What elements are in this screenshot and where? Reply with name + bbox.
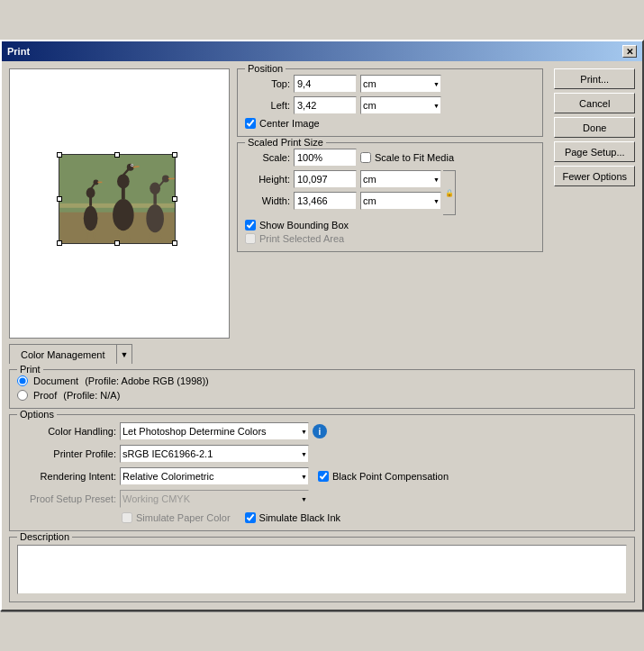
left-unit-select[interactable]: cm bbox=[360, 96, 441, 114]
center-image-checkbox[interactable] bbox=[245, 118, 256, 129]
printer-profile-select[interactable]: sRGB IEC61966-2.1 bbox=[120, 445, 309, 463]
simulate-paper-label: Simulate Paper Color bbox=[136, 512, 231, 523]
cancel-button[interactable]: Cancel bbox=[554, 93, 635, 113]
width-row: Width: cm bbox=[245, 192, 441, 210]
document-radio-label: Document (Profile: Adobe RGB (1998)) bbox=[33, 375, 209, 386]
rendering-intent-wrapper: Relative Colorimetric bbox=[120, 467, 309, 485]
fewer-options-button[interactable]: Fewer Options bbox=[554, 166, 635, 186]
width-label: Width: bbox=[245, 195, 290, 206]
svg-point-13 bbox=[117, 175, 130, 189]
width-input[interactable] bbox=[294, 192, 357, 210]
black-point-row: Black Point Compensation bbox=[318, 471, 449, 482]
proof-setup-label: Proof Setup Preset: bbox=[17, 493, 116, 504]
scale-to-fit-checkbox[interactable] bbox=[360, 152, 371, 163]
description-label: Description bbox=[17, 531, 72, 542]
width-unit-select[interactable]: cm bbox=[360, 192, 441, 210]
simulate-black-row: Simulate Black Ink bbox=[245, 512, 340, 523]
tab-dropdown-arrow[interactable]: ▼ bbox=[117, 344, 133, 364]
tab-row: Color Management ▼ bbox=[9, 344, 635, 364]
options-section: Options Color Handling: Let Photoshop De… bbox=[9, 414, 635, 531]
document-radio[interactable] bbox=[17, 375, 28, 386]
height-input[interactable] bbox=[294, 170, 357, 188]
description-text-area bbox=[17, 545, 627, 594]
top-label: Top: bbox=[245, 78, 290, 89]
svg-point-21 bbox=[146, 204, 164, 232]
scale-label: Scale: bbox=[245, 152, 290, 163]
info-icon[interactable]: i bbox=[313, 424, 327, 439]
proof-setup-select[interactable]: Working CMYK bbox=[120, 490, 309, 508]
svg-line-16 bbox=[133, 167, 140, 167]
black-point-label: Black Point Compensation bbox=[332, 471, 449, 482]
bounding-box-row: Show Bounding Box Print Selected Area bbox=[245, 220, 535, 244]
color-handling-row: Color Handling: Let Photoshop Determine … bbox=[17, 422, 627, 440]
height-row: Height: cm bbox=[245, 170, 441, 188]
simulate-black-checkbox[interactable] bbox=[245, 512, 256, 523]
top-section: Position Top: cm Left: bbox=[9, 68, 635, 339]
scaled-print-size-label: Scaled Print Size bbox=[245, 137, 326, 148]
photo-image bbox=[59, 155, 175, 243]
top-input[interactable] bbox=[294, 75, 357, 93]
height-label: Height: bbox=[245, 174, 290, 185]
preview-inner bbox=[23, 82, 216, 325]
print-button[interactable]: Print... bbox=[554, 68, 635, 89]
print-sub-group: Print Document (Profile: Adobe RGB (1998… bbox=[9, 369, 635, 409]
proof-radio[interactable] bbox=[17, 390, 28, 401]
print-preview bbox=[9, 68, 230, 339]
show-bounding-box-label: Show Bounding Box bbox=[259, 220, 349, 231]
rendering-intent-label: Rendering Intent: bbox=[17, 471, 116, 482]
height-unit-wrapper: cm bbox=[360, 170, 441, 188]
printer-profile-label: Printer Profile: bbox=[17, 448, 116, 459]
document-radio-row: Document (Profile: Adobe RGB (1998)) bbox=[17, 375, 627, 386]
black-point-checkbox[interactable] bbox=[318, 471, 329, 482]
lock-icon: 🔒 bbox=[443, 170, 456, 215]
close-button[interactable]: ✕ bbox=[622, 45, 637, 58]
photo-container bbox=[59, 154, 176, 244]
scale-row: Scale: Scale to Fit Media bbox=[245, 149, 535, 167]
position-label: Position bbox=[245, 63, 286, 74]
printer-profile-row: Printer Profile: sRGB IEC61966-2.1 bbox=[17, 445, 627, 463]
title-bar: Print ✕ bbox=[2, 41, 642, 61]
scale-to-fit-label: Scale to Fit Media bbox=[375, 152, 454, 163]
width-unit-wrapper: cm bbox=[360, 192, 441, 210]
left-label: Left: bbox=[245, 100, 290, 111]
top-unit-select[interactable]: cm bbox=[360, 75, 441, 93]
top-row: Top: cm bbox=[245, 75, 535, 93]
simulate-paper-row: Simulate Paper Color bbox=[122, 512, 231, 523]
bottom-section: Color Management ▼ Print Document (Profi… bbox=[9, 344, 635, 602]
print-selected-area-checkbox[interactable] bbox=[245, 233, 256, 244]
svg-point-23 bbox=[150, 182, 160, 194]
simulate-paper-checkbox[interactable] bbox=[122, 512, 132, 523]
print-selected-area-row: Print Selected Area bbox=[245, 233, 535, 244]
done-button[interactable]: Done bbox=[554, 117, 635, 138]
left-row: Left: cm bbox=[245, 96, 535, 114]
color-management-tab[interactable]: Color Management bbox=[9, 344, 117, 364]
proof-radio-row: Proof (Profile: N/A) bbox=[17, 390, 627, 401]
scale-input[interactable] bbox=[294, 149, 357, 167]
description-section: Description bbox=[9, 537, 635, 602]
color-handling-wrapper: Let Photoshop Determine Colors bbox=[120, 422, 309, 440]
rendering-intent-row: Rendering Intent: Relative Colorimetric … bbox=[17, 467, 627, 485]
svg-point-18 bbox=[132, 165, 133, 167]
page-setup-button[interactable]: Page Setup... bbox=[554, 141, 635, 162]
proof-setup-wrapper: Working CMYK bbox=[120, 490, 309, 508]
show-bounding-box-checkbox[interactable] bbox=[245, 220, 256, 231]
color-handling-label: Color Handling: bbox=[17, 426, 116, 437]
print-dialog: Print ✕ bbox=[0, 40, 644, 611]
show-bounding-box-row: Show Bounding Box bbox=[245, 220, 535, 231]
center-image-label: Center Image bbox=[259, 118, 320, 129]
right-panels: Position Top: cm Left: bbox=[237, 68, 543, 339]
print-radio-group: Document (Profile: Adobe RGB (1998)) Pro… bbox=[17, 375, 627, 401]
simulate-row: Simulate Paper Color Simulate Black Ink bbox=[17, 512, 627, 523]
left-input[interactable] bbox=[294, 96, 357, 114]
rendering-intent-select[interactable]: Relative Colorimetric bbox=[120, 467, 309, 485]
buttons-column: Print... Cancel Done Page Setup... Fewer… bbox=[554, 68, 635, 339]
proof-radio-label: Proof (Profile: N/A) bbox=[33, 390, 120, 401]
center-image-row: Center Image bbox=[245, 118, 535, 129]
position-group: Position Top: cm Left: bbox=[237, 68, 543, 137]
height-unit-select[interactable]: cm bbox=[360, 170, 441, 188]
svg-point-3 bbox=[84, 206, 98, 231]
printer-profile-wrapper: sRGB IEC61966-2.1 bbox=[120, 445, 309, 463]
color-handling-select[interactable]: Let Photoshop Determine Colors bbox=[120, 422, 309, 440]
scaled-print-size-group: Scaled Print Size Scale: Scale to Fit Me… bbox=[237, 142, 543, 252]
simulate-black-label: Simulate Black Ink bbox=[259, 512, 340, 523]
